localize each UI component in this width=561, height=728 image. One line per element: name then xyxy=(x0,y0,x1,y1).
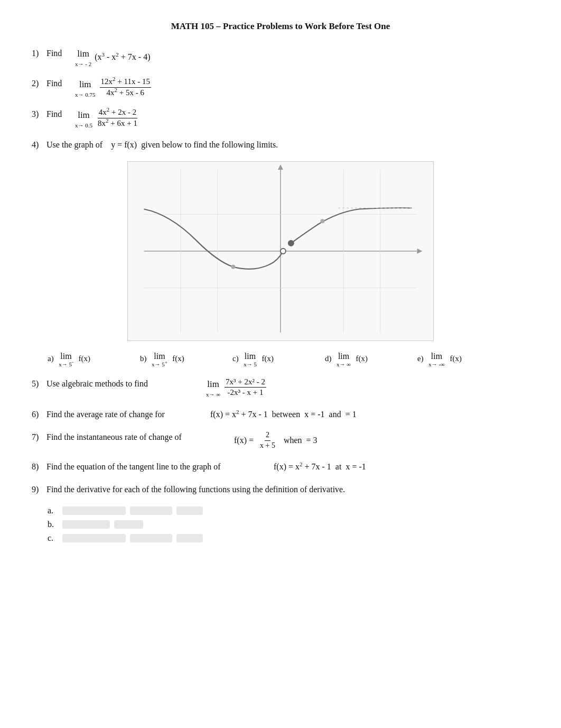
section9-items: a. b. c. xyxy=(48,506,529,543)
graph-area xyxy=(127,161,434,341)
prob-num-6: 6) xyxy=(32,408,46,421)
prob-num-2: 2) xyxy=(32,77,46,90)
fraction-2: 12x2 + 11x - 15 4x2 + 5x - 6 xyxy=(100,77,151,98)
prob-content-4: y = f(x) given below to find the followi… xyxy=(102,138,278,152)
page-title: MATH 105 – Practice Problems to Work Bef… xyxy=(32,21,529,32)
lim-e: lim x→ -∞ xyxy=(428,352,445,367)
limit-item-d: d) lim x→ ∞ f(x) xyxy=(325,352,417,367)
section9-c-text1 xyxy=(62,534,126,542)
prob-content-3: lim x→ 0.5 4x2 + 2x - 2 8x2 + 6x + 1 xyxy=(74,107,139,128)
section9-b-text2 xyxy=(114,520,143,529)
prob-content-9: Find the derivative for each of the foll… xyxy=(46,483,345,496)
section9-a-text2 xyxy=(130,506,172,515)
graph-svg xyxy=(128,162,433,340)
limit-symbol-2: lim x→ 0.75 xyxy=(75,77,96,98)
prob-label-1: Find xyxy=(46,47,74,60)
prob-num-1: 1) xyxy=(32,47,46,60)
prob-content-6: f(x) = x2 + 7x - 1 between x = -1 and = … xyxy=(210,408,357,421)
fraction-5: 7x³ + 2x² - 2 -2x³ - x + 1 xyxy=(225,377,266,398)
limit-symbol-1: lim x→ - 2 xyxy=(75,47,91,67)
fraction-7: 2 x + 5 xyxy=(259,430,276,450)
prob-num-9: 9) xyxy=(32,483,46,496)
prob-num-5: 5) xyxy=(32,377,46,391)
problem-8: 8) Find the equation of the tangent line… xyxy=(32,460,529,474)
limit-item-a: a) lim x→ 5- f(x) xyxy=(48,352,140,367)
prob-num-3: 3) xyxy=(32,107,46,121)
prob-num-7: 7) xyxy=(32,430,46,444)
svg-point-13 xyxy=(231,265,236,269)
limit-item-c: c) lim x→ 5 f(x) xyxy=(232,352,325,367)
problem-1: 1) Find lim x→ - 2 (x3 - x2 + 7x - 4) xyxy=(32,47,529,67)
problem-6: 6) Find the average rate of change for f… xyxy=(32,408,529,421)
section9-line-b: b. xyxy=(48,520,529,529)
problem-7: 7) Find the instantaneous rate of change… xyxy=(32,430,529,450)
problem-9: 9) Find the derivative for each of the f… xyxy=(32,483,529,496)
prob-label-7: Find the instantaneous rate of change of xyxy=(46,430,234,444)
prob-content-1: lim x→ - 2 (x3 - x2 + 7x - 4) xyxy=(74,47,151,67)
problem-3: 3) Find lim x→ 0.5 4x2 + 2x - 2 8x2 + 6x… xyxy=(32,107,529,128)
lim-b: lim x→ 5+ xyxy=(152,352,167,367)
lim-d: lim x→ ∞ xyxy=(336,352,351,367)
section9-c-text2 xyxy=(130,534,172,542)
section9-a-text1 xyxy=(62,506,126,515)
prob-label-4: Use the graph of xyxy=(46,138,102,152)
svg-point-11 xyxy=(280,248,286,254)
prob-label-2: Find xyxy=(46,77,74,90)
section9-b-text1 xyxy=(62,520,110,529)
problem-2: 2) Find lim x→ 0.75 12x2 + 11x - 15 4x2 … xyxy=(32,77,529,98)
prob-content-8: f(x) = x2 + 7x - 1 at x = -1 xyxy=(274,460,366,474)
limit-symbol-3: lim x→ 0.5 xyxy=(75,108,92,128)
prob-content-7: f(x) = 2 x + 5 when = 3 xyxy=(234,430,317,450)
svg-point-12 xyxy=(288,241,294,246)
limit-item-e: e) lim x→ -∞ f(x) xyxy=(417,352,510,367)
prob-num-4: 4) xyxy=(32,138,46,152)
problem-5: 5) Use algebraic methods to find lim x→ … xyxy=(32,377,529,398)
prob-content-5: lim x→ ∞ 7x³ + 2x² - 2 -2x³ - x + 1 xyxy=(205,377,267,398)
limit-item-b: b) lim x→ 5+ f(x) xyxy=(140,352,232,367)
prob-content-2: lim x→ 0.75 12x2 + 11x - 15 4x2 + 5x - 6 xyxy=(74,77,152,98)
section9-line-a: a. xyxy=(48,506,529,515)
prob-label-3: Find xyxy=(46,107,74,121)
svg-point-14 xyxy=(321,219,325,223)
lim-a: lim x→ 5- xyxy=(59,352,73,367)
section9-a-text3 xyxy=(176,506,203,515)
problem-4: 4) Use the graph of y = f(x) given below… xyxy=(32,138,529,152)
prob-label-5: Use algebraic methods to find xyxy=(46,377,205,391)
prob-num-8: 8) xyxy=(32,460,46,474)
section9-c-text3 xyxy=(176,534,203,542)
lim-c: lim x→ 5 xyxy=(244,352,257,367)
fraction-3: 4x2 + 2x - 2 8x2 + 6x + 1 xyxy=(97,107,138,128)
section9-line-c: c. xyxy=(48,533,529,543)
limits-row: a) lim x→ 5- f(x) b) lim x→ 5+ f(x) c) l… xyxy=(48,352,529,367)
prob-label-8: Find the equation of the tangent line to… xyxy=(46,460,274,474)
limit-symbol-5: lim x→ ∞ xyxy=(206,377,220,398)
prob-label-6: Find the average rate of change for xyxy=(46,408,210,421)
